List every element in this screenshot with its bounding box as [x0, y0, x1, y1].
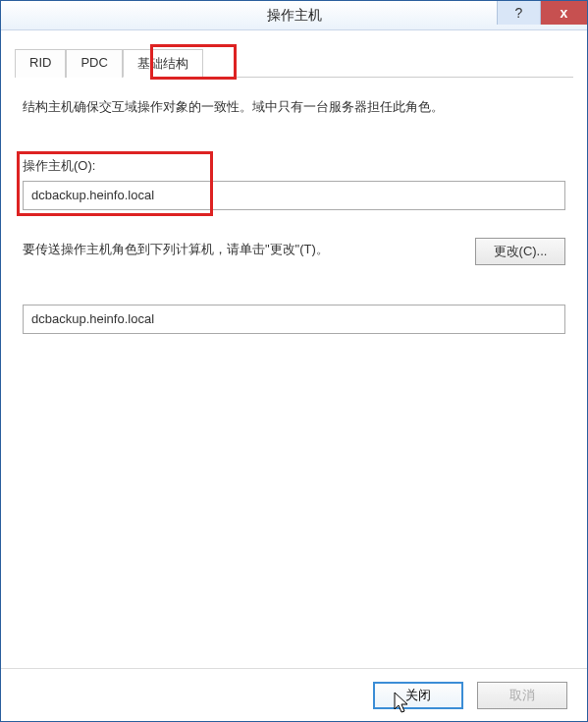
operations-master-input[interactable] — [23, 181, 565, 210]
change-button-label: 更改(C)... — [494, 244, 548, 258]
help-icon: ? — [515, 5, 523, 21]
operations-master-label: 操作主机(O): — [23, 157, 565, 175]
tab-label: PDC — [80, 55, 107, 70]
titlebar-buttons: ? x — [497, 1, 587, 30]
titlebar: 操作主机 ? x — [1, 1, 587, 30]
dialog-content: RID PDC 基础结构 结构主机确保交互域操作对象的一致性。域中只有一台服务器… — [1, 30, 587, 668]
dialog-window: 操作主机 ? x RID PDC 基础结构 结构主机确保交互域操作对象的一致性。… — [0, 0, 588, 722]
cancel-button: 取消 — [477, 682, 567, 709]
operations-master-group: 操作主机(O): — [23, 157, 565, 210]
target-computer-display: dcbackup.heinfo.local — [23, 305, 565, 334]
close-button-label: 关闭 — [405, 688, 431, 702]
tab-label: 基础结构 — [137, 56, 188, 71]
tab-rid[interactable]: RID — [15, 49, 66, 78]
dialog-footer: 关闭 取消 — [1, 668, 587, 721]
transfer-row: 要传送操作主机角色到下列计算机，请单击"更改"(T)。 更改(C)... — [23, 238, 565, 265]
change-button[interactable]: 更改(C)... — [475, 238, 565, 265]
tab-pdc[interactable]: PDC — [66, 49, 122, 78]
tab-strip: RID PDC 基础结构 — [15, 48, 573, 78]
close-button[interactable]: 关闭 — [373, 682, 463, 709]
close-icon: x — [561, 5, 568, 21]
description-text: 结构主机确保交互域操作对象的一致性。域中只有一台服务器担任此角色。 — [23, 97, 565, 118]
window-title: 操作主机 — [267, 7, 322, 25]
close-window-button[interactable]: x — [540, 1, 587, 25]
tab-infrastructure[interactable]: 基础结构 — [123, 49, 203, 78]
help-button[interactable]: ? — [497, 1, 540, 25]
tab-label: RID — [29, 55, 51, 70]
transfer-text: 要传送操作主机角色到下列计算机，请单击"更改"(T)。 — [23, 238, 465, 260]
cancel-button-label: 取消 — [509, 688, 535, 702]
tab-body: 结构主机确保交互域操作对象的一致性。域中只有一台服务器担任此角色。 操作主机(O… — [15, 78, 573, 342]
target-computer-value: dcbackup.heinfo.local — [31, 311, 154, 326]
